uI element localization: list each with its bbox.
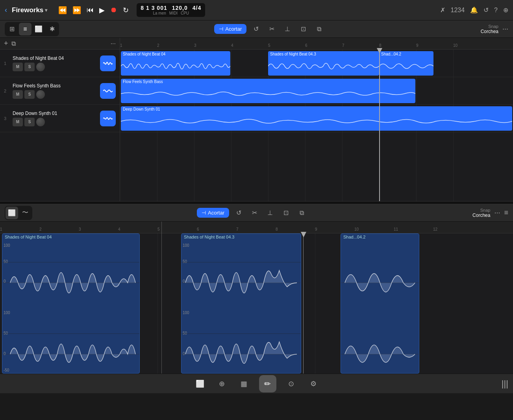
waveform-svg-icon-1 xyxy=(103,60,113,67)
settings-view-button[interactable]: ✱ xyxy=(46,23,58,35)
more-options-button[interactable]: ··· xyxy=(502,25,508,33)
undo-tool-button[interactable]: ↺ xyxy=(250,23,262,35)
time-sig-value: 4/4 xyxy=(193,5,201,11)
copy-button[interactable]: ⧉ xyxy=(313,23,325,35)
bottom-undo-button[interactable]: ↺ xyxy=(232,207,245,219)
waveform-icon-1[interactable] xyxy=(100,56,116,71)
solo-button-2[interactable]: S xyxy=(24,90,35,99)
main-area: + ⧉ ··· 1 Shades of Night Beat 04 M S xyxy=(0,38,513,201)
track-controls-1: M S xyxy=(13,63,97,71)
rewind-button[interactable]: ⏪ xyxy=(58,6,67,15)
clip-waveform-4 xyxy=(121,85,415,103)
footer-button-2[interactable]: ⊕ xyxy=(215,377,229,391)
grid-view-button[interactable]: ⊞ xyxy=(6,23,18,35)
metronome-button[interactable]: 🔔 xyxy=(470,6,478,14)
track-header-actions[interactable]: ··· xyxy=(111,40,116,47)
svg-text:100: 100 xyxy=(4,243,10,247)
record-button[interactable]: ⏺ xyxy=(110,6,117,14)
ruler-mark-10: 10 xyxy=(453,43,457,48)
detail-grid-9 xyxy=(315,233,315,374)
share-button[interactable]: ⊕ xyxy=(503,6,508,14)
bottom-toolbar: ⬜ 〜 ⊣ Acortar ↺ ✂ ⊥ ⊡ ⧉ Snap Corchea ···… xyxy=(0,204,513,222)
audio-clip-5[interactable]: Deep Down Synth 01 xyxy=(121,106,512,131)
footer-button-3[interactable]: ▦ xyxy=(237,377,251,391)
sun-icon-button[interactable]: ⊙ xyxy=(284,377,298,391)
split-button[interactable]: ⊥ xyxy=(281,23,294,35)
detail-waveform-1: 100 50 0 100 50 0 -50 xyxy=(2,242,139,373)
clip-waveform-5 xyxy=(121,112,512,130)
mute-button-1[interactable]: M xyxy=(13,63,23,71)
svg-text:0: 0 xyxy=(4,279,6,283)
back-button[interactable]: ‹ xyxy=(5,6,7,14)
detail-clip-2[interactable]: Shades of Night Beat 04.3 100 50 0 100 5… xyxy=(181,233,301,374)
ruler-mark-2: 2 xyxy=(157,43,159,48)
bars-icon[interactable]: ||| xyxy=(502,379,508,389)
loop-tool-button[interactable]: ⊡ xyxy=(297,23,309,35)
play-button[interactable]: ▶ xyxy=(99,6,105,15)
volume-knob-1[interactable] xyxy=(36,63,45,71)
bottom-content: 1 2 3 4 5 6 7 8 9 10 11 12 xyxy=(0,222,513,374)
solo-button-3[interactable]: S xyxy=(24,118,35,126)
mute-button-2[interactable]: M xyxy=(13,90,23,99)
acortar-button[interactable]: ⊣ Acortar xyxy=(214,24,246,34)
clip-waveform-1 xyxy=(121,57,230,75)
bottom-snap-value[interactable]: Corchea xyxy=(472,213,490,218)
track-lane-1: Shades of Night Beat 04 Shades of Night … xyxy=(120,50,513,77)
duplicate-track-button[interactable]: ⧉ xyxy=(11,40,16,47)
fastforward-button[interactable]: ⏩ xyxy=(72,6,81,15)
detail-clip-1[interactable]: Shades of Night Beat 04 100 50 0 xyxy=(2,233,140,374)
snap-value[interactable]: Corchea xyxy=(481,29,498,34)
track-lane-2: Flow Feels Synth Bass xyxy=(120,77,513,105)
sliders-button[interactable]: ⚙ xyxy=(306,377,320,391)
bottom-copy-button[interactable]: ⧉ xyxy=(295,207,308,219)
bottom-ruler-9: 9 xyxy=(315,227,317,231)
undo-button[interactable]: ↺ xyxy=(483,6,489,14)
loop-button[interactable]: ↻ xyxy=(123,6,129,15)
waveform-icon-3[interactable] xyxy=(100,111,116,126)
bottom-scissors-button[interactable]: ✂ xyxy=(248,207,261,219)
clip-name-4: Flow Feels Synth Bass xyxy=(121,79,415,85)
scissors-button[interactable]: ✂ xyxy=(265,23,278,35)
waveform-svg-icon-3 xyxy=(103,115,113,122)
count-in-button[interactable]: ✗ xyxy=(440,6,445,14)
project-chevron-icon: ▾ xyxy=(45,7,47,13)
list-view-button[interactable]: ≡ xyxy=(19,23,31,35)
pencil-button[interactable]: ✏ xyxy=(259,375,276,392)
acortar-label: Acortar xyxy=(225,26,242,32)
bottom-loop-button[interactable]: ⊡ xyxy=(280,207,292,219)
bottom-more-button[interactable]: ··· xyxy=(494,209,500,217)
bottom-ruler-10: 10 xyxy=(354,227,359,231)
add-track-button[interactable]: + xyxy=(4,39,8,48)
position-value: 8 1 3 001 xyxy=(141,5,167,11)
window-view-button[interactable]: ⬜ xyxy=(32,23,45,35)
detail-clip-3[interactable]: Shad...04.2 xyxy=(341,233,419,374)
skip-back-button[interactable]: ⏮ xyxy=(87,6,94,14)
top-right-controls: ✗ 1234 🔔 ↺ ? ⊕ xyxy=(440,6,509,14)
ruler-mark-4: 4 xyxy=(231,43,233,48)
bottom-ruler-6: 6 xyxy=(197,227,199,231)
solo-button-1[interactable]: S xyxy=(24,63,35,71)
bottom-split-button[interactable]: ⊥ xyxy=(264,207,276,219)
svg-text:0: 0 xyxy=(183,352,185,356)
audio-clip-4[interactable]: Flow Feels Synth Bass xyxy=(121,79,415,103)
bottom-hamburger-button[interactable]: ≡ xyxy=(504,209,508,217)
volume-knob-2[interactable] xyxy=(36,90,45,99)
bottom-window-view[interactable]: ⬜ xyxy=(6,207,18,219)
volume-knob-3[interactable] xyxy=(36,118,45,126)
waveform-icon-2[interactable] xyxy=(100,83,116,99)
track-number-1: 1 xyxy=(4,61,9,66)
top-bar: ‹ Fireworks ▾ ⏪ ⏩ ⏮ ▶ ⏺ ↻ 8 1 3 001 120,… xyxy=(0,0,513,20)
track-item-1: 1 Shades of Night Beat 04 M S xyxy=(0,50,120,77)
detail-waveform-bottom-1: 100 50 0 -50 xyxy=(2,309,139,374)
mute-button-3[interactable]: M xyxy=(13,118,23,126)
bottom-acortar-icon: ⊣ xyxy=(202,210,206,216)
bottom-acortar-button[interactable]: ⊣ Acortar xyxy=(197,208,229,218)
audio-clip-1[interactable]: Shades of Night Beat 04 xyxy=(121,51,230,76)
detail-waveform-top-1: 100 50 0 xyxy=(2,242,139,307)
footer-button-1[interactable]: ⬜ xyxy=(193,377,207,391)
bottom-curve-view[interactable]: 〜 xyxy=(19,207,31,219)
audio-clip-2[interactable]: Shades of Night Beat 04.3 xyxy=(268,51,379,76)
help-button[interactable]: ? xyxy=(494,7,498,14)
audio-clip-3[interactable]: Shad...04.2 xyxy=(379,51,433,76)
project-title[interactable]: Fireworks ▾ xyxy=(12,6,47,14)
